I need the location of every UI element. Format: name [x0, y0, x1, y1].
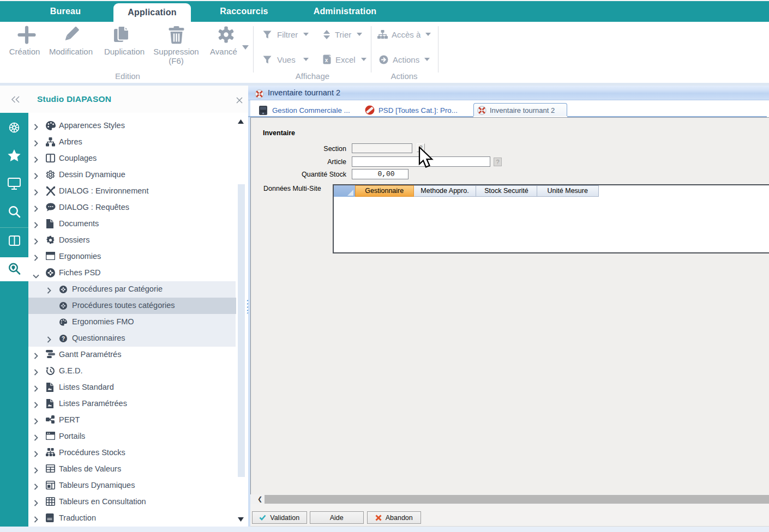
svg-text:?: ? — [62, 336, 65, 342]
svg-text:x: x — [325, 57, 328, 63]
